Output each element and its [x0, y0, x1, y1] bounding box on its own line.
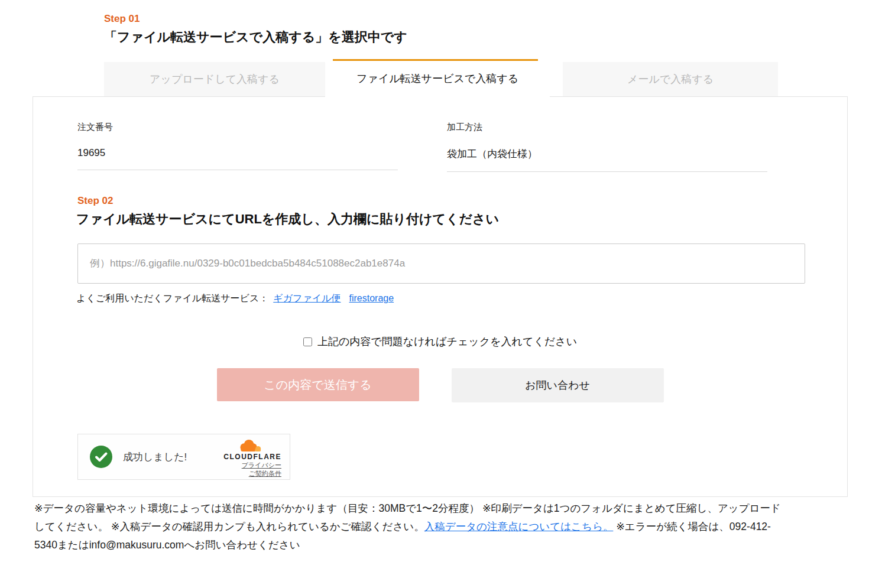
- captcha-status: 成功しました!: [123, 450, 187, 464]
- firestorage-link[interactable]: firestorage: [349, 293, 394, 303]
- success-check-icon: [90, 446, 112, 468]
- tab-file-transfer[interactable]: ファイル転送サービスで入稿する: [325, 59, 550, 98]
- gigafile-link[interactable]: ギガファイル便: [273, 293, 341, 303]
- tab-upload[interactable]: アップロードして入稿する: [104, 62, 325, 96]
- order-number-field: 注文番号 19695: [77, 122, 398, 170]
- tab-bar: アップロードして入稿する ファイル転送サービスで入稿する メールで入稿する: [104, 59, 778, 98]
- transfer-url-input[interactable]: [77, 243, 805, 284]
- processing-method-value: 袋加工（内袋仕様）: [447, 147, 767, 172]
- page-title: 「ファイル転送サービスで入稿する」を選択中です: [104, 28, 407, 46]
- contact-button[interactable]: お問い合わせ: [452, 368, 664, 402]
- footer-notes: ※データの容量やネット環境によっては送信に時間がかかります（目安：30MBで1〜…: [34, 499, 784, 554]
- tab-email[interactable]: メールで入稿する: [563, 62, 778, 96]
- order-number-value: 19695: [77, 147, 398, 170]
- processing-method-label: 加工方法: [447, 122, 767, 133]
- confirm-row: 上記の内容で問題なければチェックを入れてください: [33, 334, 847, 349]
- submission-page: Step 01 「ファイル転送サービスで入稿する」を選択中です アップロードして…: [0, 0, 869, 588]
- cloudflare-cloud-icon: [236, 438, 262, 453]
- cloudflare-wordmark: CLOUDFLARE: [223, 453, 281, 461]
- step2-heading: ファイル転送サービスにてURLを作成し、入力欄に貼り付けてください: [76, 210, 499, 228]
- processing-method-field: 加工方法 袋加工（内袋仕様）: [447, 122, 767, 172]
- captcha-widget: 成功しました! CLOUDFLARE プライバシー ご契約: [77, 434, 290, 480]
- services-label: よくご利用いただくファイル転送サービス：: [76, 293, 268, 303]
- confirm-checkbox[interactable]: [303, 337, 312, 346]
- submit-button[interactable]: この内容で送信する: [217, 368, 419, 401]
- data-guidelines-link[interactable]: 入稿データの注意点についてはこちら。: [424, 521, 614, 532]
- step2-label: Step 02: [77, 195, 113, 207]
- privacy-link[interactable]: プライバシー: [242, 461, 281, 469]
- cloudflare-brand: CLOUDFLARE プライバシー ご契約条件: [223, 436, 281, 477]
- form-panel: 注文番号 19695 加工方法 袋加工（内袋仕様） Step 02 ファイル転送…: [33, 96, 848, 497]
- terms-link[interactable]: ご契約条件: [249, 469, 281, 477]
- buttons-row: この内容で送信する お問い合わせ: [33, 368, 847, 402]
- confirm-label: 上記の内容で問題なければチェックを入れてください: [317, 334, 577, 349]
- order-number-label: 注文番号: [77, 122, 398, 133]
- services-line: よくご利用いただくファイル転送サービス：ギガファイル便firestorage: [76, 293, 394, 305]
- step1-label: Step 01: [104, 13, 140, 25]
